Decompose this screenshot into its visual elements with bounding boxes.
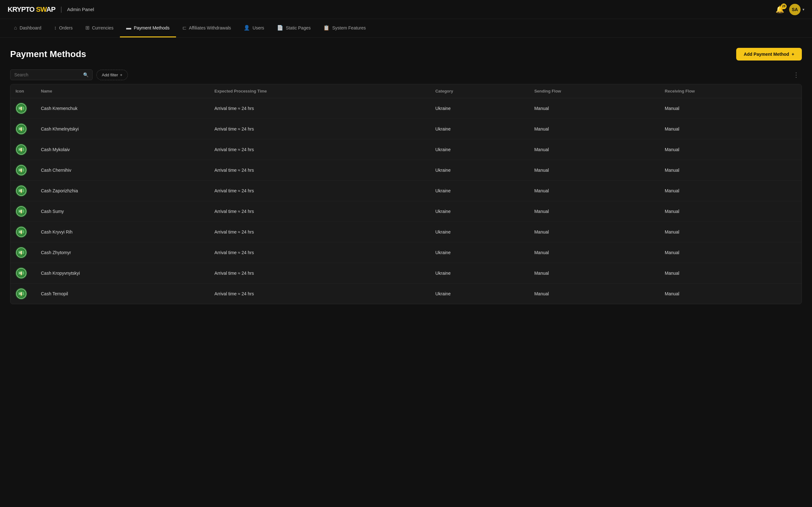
nav-item-orders[interactable]: ↕Orders xyxy=(48,19,79,38)
table-header: IconNameExpected Processing TimeCategory… xyxy=(10,84,802,98)
table-container: IconNameExpected Processing TimeCategory… xyxy=(10,84,802,304)
dashboard-nav-icon: ⌂ xyxy=(14,25,17,31)
row-icon-cell: 💵 xyxy=(10,284,36,304)
row-sending-flow: Manual xyxy=(529,284,659,304)
table-header-row: IconNameExpected Processing TimeCategory… xyxy=(10,84,802,98)
static-pages-nav-icon: 📄 xyxy=(277,25,283,31)
page-header: Payment Methods Add Payment Method + xyxy=(10,48,802,60)
row-receiving-flow: Manual xyxy=(660,119,802,139)
avatar-button[interactable]: SA ▾ xyxy=(789,4,804,15)
table-row[interactable]: 💵Cash Kryvyi RihArrival time ≈ 24 hrsUkr… xyxy=(10,222,802,242)
row-receiving-flow: Manual xyxy=(660,242,802,263)
system-features-nav-label: System Features xyxy=(332,25,366,31)
topbar-right: 🔔 28 SA ▾ xyxy=(775,4,804,15)
nav-item-system-features[interactable]: 📋System Features xyxy=(317,19,372,38)
table-row[interactable]: 💵Cash ZaporizhzhiaArrival time ≈ 24 hrsU… xyxy=(10,181,802,201)
col-header-expected_processing_time: Expected Processing Time xyxy=(209,84,430,98)
row-icon-cell: 💵 xyxy=(10,242,36,263)
payment-method-icon: 💵 xyxy=(15,103,27,114)
payment-method-icon: 💵 xyxy=(15,268,27,279)
nav-item-payment-methods[interactable]: ▬Payment Methods xyxy=(120,19,176,38)
payment-method-icon: 💵 xyxy=(15,247,27,258)
cash-icon-inner: 💵 xyxy=(16,206,26,216)
row-icon-cell: 💵 xyxy=(10,139,36,160)
row-sending-flow: Manual xyxy=(529,139,659,160)
row-name: Cash Kropyvnytskyi xyxy=(36,263,209,284)
cash-icon-inner: 💵 xyxy=(16,145,26,155)
cash-icon-inner: 💵 xyxy=(16,227,26,237)
users-nav-label: Users xyxy=(252,25,264,31)
orders-nav-label: Orders xyxy=(59,25,72,31)
row-category: Ukraine xyxy=(430,201,529,222)
row-icon-cell: 💵 xyxy=(10,98,36,119)
row-category: Ukraine xyxy=(430,98,529,119)
row-receiving-flow: Manual xyxy=(660,98,802,119)
table-row[interactable]: 💵Cash MykolaivArrival time ≈ 24 hrsUkrai… xyxy=(10,139,802,160)
table-row[interactable]: 💵Cash ChernihivArrival time ≈ 24 hrsUkra… xyxy=(10,160,802,181)
chevron-down-icon: ▾ xyxy=(803,7,804,12)
cash-icon-inner: 💵 xyxy=(16,289,26,299)
table-row[interactable]: 💵Cash KhmelnytskyiArrival time ≈ 24 hrsU… xyxy=(10,119,802,139)
search-icon: 🔍 xyxy=(83,72,89,77)
col-header-category: Category xyxy=(430,84,529,98)
row-icon-cell: 💵 xyxy=(10,263,36,284)
payment-method-icon: 💵 xyxy=(15,185,27,196)
row-expected-processing-time: Arrival time ≈ 24 hrs xyxy=(209,263,430,284)
cash-icon-inner: 💵 xyxy=(16,268,26,278)
row-receiving-flow: Manual xyxy=(660,160,802,181)
nav-item-currencies[interactable]: ⊞Currencies xyxy=(79,19,120,38)
nav-item-affiliates-withdrawals[interactable]: ⊏Affiliates Withdrawals xyxy=(176,19,238,38)
search-input[interactable] xyxy=(14,72,81,77)
row-sending-flow: Manual xyxy=(529,119,659,139)
table-row[interactable]: 💵Cash SumyArrival time ≈ 24 hrsUkraineMa… xyxy=(10,201,802,222)
table-row[interactable]: 💵Cash TernopilArrival time ≈ 24 hrsUkrai… xyxy=(10,284,802,304)
affiliates-withdrawals-nav-icon: ⊏ xyxy=(183,25,187,31)
table-row[interactable]: 💵Cash KropyvnytskyiArrival time ≈ 24 hrs… xyxy=(10,263,802,284)
add-filter-label: Add filter xyxy=(102,72,118,77)
payment-method-icon: 💵 xyxy=(15,288,27,299)
row-category: Ukraine xyxy=(430,139,529,160)
nav-item-dashboard[interactable]: ⌂Dashboard xyxy=(8,19,48,38)
payment-method-icon: 💵 xyxy=(15,164,27,176)
row-expected-processing-time: Arrival time ≈ 24 hrs xyxy=(209,242,430,263)
row-icon-cell: 💵 xyxy=(10,119,36,139)
table-row[interactable]: 💵Cash ZhytomyrArrival time ≈ 24 hrsUkrai… xyxy=(10,242,802,263)
cash-icon-inner: 💵 xyxy=(16,103,26,113)
users-nav-icon: 👤 xyxy=(244,25,250,31)
row-category: Ukraine xyxy=(430,160,529,181)
system-features-nav-icon: 📋 xyxy=(323,25,329,31)
nav-item-users[interactable]: 👤Users xyxy=(237,19,270,38)
payment-method-icon: 💵 xyxy=(15,123,27,135)
main-content: Payment Methods Add Payment Method + 🔍 A… xyxy=(0,38,812,304)
logo-swap: SWAP xyxy=(36,5,55,13)
row-name: Cash Sumy xyxy=(36,201,209,222)
table-row[interactable]: 💵Cash KremenchukArrival time ≈ 24 hrsUkr… xyxy=(10,98,802,119)
row-expected-processing-time: Arrival time ≈ 24 hrs xyxy=(209,160,430,181)
cash-icon-inner: 💵 xyxy=(16,124,26,134)
more-options-button[interactable]: ⋮ xyxy=(791,70,802,80)
payment-methods-table: IconNameExpected Processing TimeCategory… xyxy=(10,84,802,304)
avatar: SA xyxy=(789,4,801,15)
admin-panel-label: Admin Panel xyxy=(67,7,94,12)
nav-item-static-pages[interactable]: 📄Static Pages xyxy=(270,19,317,38)
logo: KRYPTO SWAP xyxy=(8,5,55,14)
row-category: Ukraine xyxy=(430,181,529,201)
plus-icon: + xyxy=(792,52,794,57)
table-body: 💵Cash KremenchukArrival time ≈ 24 hrsUkr… xyxy=(10,98,802,304)
add-filter-button[interactable]: Add filter + xyxy=(96,70,128,80)
add-payment-method-label: Add Payment Method xyxy=(744,52,789,57)
row-receiving-flow: Manual xyxy=(660,201,802,222)
row-name: Cash Khmelnytskyi xyxy=(36,119,209,139)
row-category: Ukraine xyxy=(430,263,529,284)
row-name: Cash Chernihiv xyxy=(36,160,209,181)
row-category: Ukraine xyxy=(430,119,529,139)
search-wrapper: 🔍 xyxy=(10,69,93,80)
payment-method-icon: 💵 xyxy=(15,206,27,217)
row-icon-cell: 💵 xyxy=(10,181,36,201)
add-payment-method-button[interactable]: Add Payment Method + xyxy=(736,48,802,60)
row-name: Cash Ternopil xyxy=(36,284,209,304)
cash-icon-inner: 💵 xyxy=(16,165,26,175)
main-nav: ⌂Dashboard↕Orders⊞Currencies▬Payment Met… xyxy=(0,19,812,38)
notification-button[interactable]: 🔔 28 xyxy=(775,5,784,14)
col-header-sending_flow: Sending Flow xyxy=(529,84,659,98)
